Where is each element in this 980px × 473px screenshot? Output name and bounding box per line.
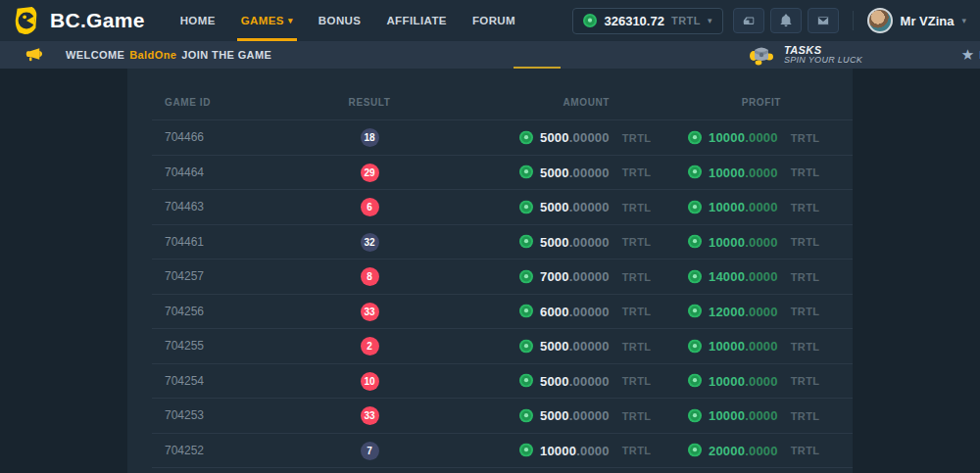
result-cell: 2 [340, 336, 399, 355]
table-row[interactable]: 704253335000.00000TRTL10000.0000TRTL [152, 399, 853, 434]
amount-value: 5000.00000 [540, 200, 610, 214]
favorites-control[interactable]: ★ F [961, 41, 980, 69]
amount-value: 5000.00000 [540, 408, 610, 423]
user-name: Mr VZina [901, 14, 955, 28]
welcome-suffix: JOIN THE GAME [181, 49, 271, 61]
tasks-widget[interactable]: TASKS SPIN YOUR LUCK [749, 41, 862, 69]
game-id: 704256 [165, 305, 204, 318]
profit-currency: TRTL [791, 201, 820, 213]
topbar-divider [853, 11, 854, 30]
table-body: 704466185000.00000TRTL10000.0000TRTL7044… [152, 120, 853, 468]
table-row[interactable]: 704254105000.00000TRTL10000.0000TRTL [152, 364, 853, 400]
profit-currency: TRTL [791, 270, 820, 282]
table-row[interactable]: 70425525000.00000TRTL10000.0000TRTL [152, 329, 853, 364]
profit-cell: 20000.0000TRTL [688, 443, 819, 457]
messages-button[interactable] [808, 8, 839, 33]
balance-selector[interactable]: 326310.72 TRTL ▾ [572, 8, 722, 34]
nav-forum[interactable]: FORUM [472, 0, 515, 41]
amount-value: 5000.00000 [540, 373, 610, 388]
amount-currency: TRTL [622, 270, 652, 282]
amount-value: 5000.00000 [540, 339, 610, 354]
result-badge: 33 [361, 406, 379, 425]
table-row[interactable]: 704466185000.00000TRTL10000.0000TRTL [152, 120, 853, 156]
table-row[interactable]: 704252710000.0000TRTL20000.0000TRTL [152, 434, 853, 469]
profit-value: 10000.0000 [709, 373, 778, 388]
bcgame-logo-icon [12, 6, 41, 35]
table-row[interactable]: 70446365000.00000TRTL10000.0000TRTL [152, 190, 853, 225]
profit-cell: 10000.0000TRTL [688, 234, 819, 249]
profit-value: 10000.0000 [709, 234, 778, 249]
header-game-id: GAME ID [165, 97, 211, 108]
profit-cell: 10000.0000TRTL [688, 165, 819, 179]
amount-cell: 5000.00000TRTL [519, 165, 651, 179]
amount-currency: TRTL [622, 409, 652, 421]
amount-value: 10000.0000 [540, 443, 610, 457]
profit-currency: TRTL [791, 445, 820, 456]
trtl-coin-icon [519, 166, 533, 179]
welcome-prefix: WELCOME [66, 49, 124, 61]
trtl-coin-icon [688, 408, 702, 422]
result-badge: 32 [361, 233, 379, 252]
game-id: 704464 [165, 166, 204, 179]
notifications-button[interactable] [770, 8, 802, 33]
amount-cell: 5000.00000TRTL [519, 373, 651, 388]
amount-currency: TRTL [622, 166, 652, 178]
profit-value: 10000.0000 [709, 408, 778, 423]
amount-cell: 5000.00000TRTL [519, 339, 651, 354]
user-menu[interactable]: Mr VZina ▾ [867, 8, 966, 33]
trtl-coin-icon [519, 235, 533, 249]
amount-currency: TRTL [622, 236, 652, 248]
amount-cell: 5000.00000TRTL [519, 234, 651, 249]
nav-games[interactable]: GAMES▾ [241, 0, 293, 41]
top-navigation-bar: BC.Game HOME GAMES▾ BONUS AFFILIATE FORU… [0, 0, 980, 41]
profit-cell: 10000.0000TRTL [688, 200, 819, 214]
game-id: 704253 [165, 408, 204, 422]
trtl-coin-icon [519, 130, 533, 144]
game-id: 704461 [165, 235, 204, 249]
amount-currency: TRTL [622, 375, 652, 387]
nav-home[interactable]: HOME [180, 0, 216, 41]
trtl-coin-icon [688, 444, 702, 457]
profit-value: 10000.0000 [709, 130, 778, 145]
nav-affiliate[interactable]: AFFILIATE [386, 0, 447, 41]
profit-value: 14000.0000 [709, 269, 778, 284]
chevron-down-icon: ▾ [288, 16, 293, 25]
result-cell: 6 [340, 197, 399, 216]
topbar-right: 326310.72 TRTL ▾ Mr VZina ▾ [572, 8, 966, 34]
trtl-coin-icon [583, 14, 597, 27]
profit-value: 10000.0000 [709, 200, 778, 214]
brand-logo[interactable]: BC.Game [12, 6, 145, 35]
profit-cell: 10000.0000TRTL [688, 408, 819, 423]
wallet-button[interactable] [733, 8, 764, 33]
table-row[interactable]: 704256336000.00000TRTL12000.0000TRTL [152, 295, 853, 330]
table-row[interactable]: 70425787000.00000TRTL14000.0000TRTL [152, 260, 853, 295]
amount-value: 5000.00000 [540, 234, 610, 249]
table-row[interactable]: 704461325000.00000TRTL10000.0000TRTL [152, 225, 853, 260]
chevron-down-icon: ▾ [708, 16, 712, 25]
result-badge: 33 [361, 303, 379, 321]
amount-currency: TRTL [622, 445, 652, 456]
profit-currency: TRTL [791, 375, 820, 387]
nav-bonus[interactable]: BONUS [318, 0, 362, 41]
amount-cell: 5000.00000TRTL [519, 130, 651, 145]
game-id: 704252 [165, 444, 204, 457]
header-profit: PROFIT [688, 97, 781, 108]
result-badge: 2 [361, 337, 379, 355]
profit-currency: TRTL [791, 166, 820, 178]
announcement-banner: WELCOME BaldOne JOIN THE GAME TASKS SPIN… [0, 41, 980, 69]
mail-icon [816, 14, 830, 27]
tasks-text: TASKS SPIN YOUR LUCK [784, 44, 862, 66]
trtl-coin-icon [519, 444, 533, 457]
profit-currency: TRTL [791, 306, 820, 317]
table-header-row: GAME ID RESULT AMOUNT PROFIT [152, 69, 853, 120]
wallet-icon [742, 14, 756, 27]
bell-icon [779, 14, 793, 27]
game-id: 704257 [165, 269, 204, 283]
amount-currency: TRTL [622, 201, 652, 213]
amount-cell: 5000.00000TRTL [519, 200, 651, 214]
table-row[interactable]: 704464295000.00000TRTL10000.0000TRTL [152, 156, 853, 191]
amount-currency: TRTL [622, 306, 652, 317]
result-cell: 33 [340, 302, 399, 321]
profit-cell: 12000.0000TRTL [688, 304, 819, 318]
result-badge: 29 [361, 164, 379, 182]
